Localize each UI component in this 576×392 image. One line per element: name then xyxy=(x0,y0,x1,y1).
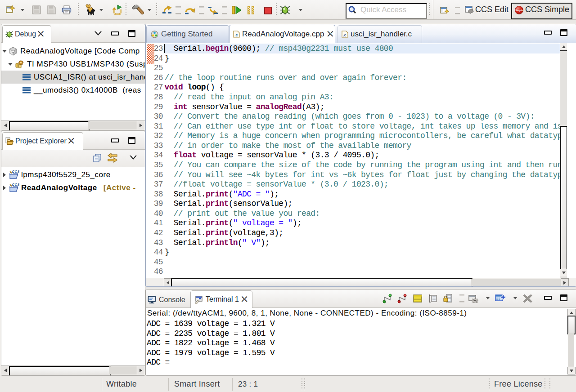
svg-text:.c: .c xyxy=(234,33,238,37)
svg-text:Simple: Simple xyxy=(515,9,523,12)
svg-text:.c: .c xyxy=(343,33,346,37)
